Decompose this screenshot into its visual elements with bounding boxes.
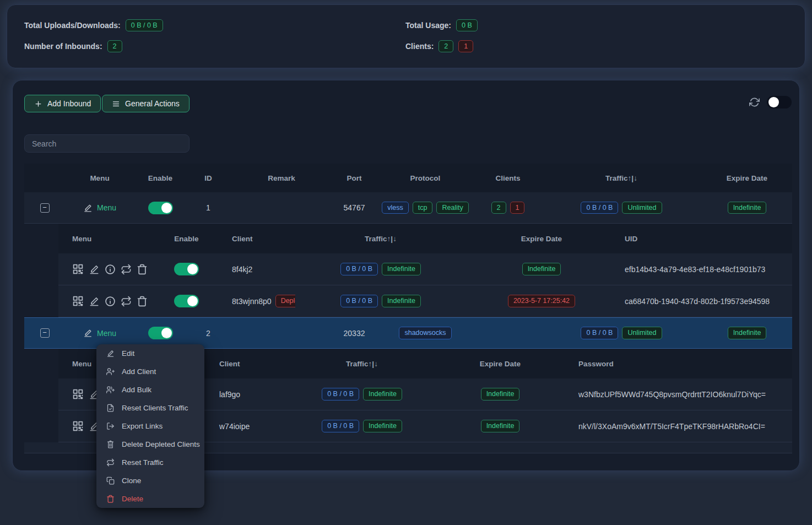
header-traffic[interactable]: Traffic↑|↓ <box>295 235 466 243</box>
header-port: Port <box>333 174 376 182</box>
qr-code-icon[interactable] <box>72 295 84 307</box>
menu-item-edit[interactable]: Edit <box>96 344 204 362</box>
stat-label: Total Usage: <box>405 21 451 30</box>
reset-traffic-icon[interactable] <box>121 264 132 275</box>
client-name: 8f4kj2 <box>213 265 295 274</box>
inbound-id: 2 <box>186 329 230 338</box>
export-icon <box>106 422 115 430</box>
transport-tag: tcp <box>413 202 433 214</box>
expire-badge: Indefinite <box>522 263 561 275</box>
toggle-knob <box>161 203 172 213</box>
edit-icon[interactable] <box>89 296 100 307</box>
header-expire-date: Expire Date <box>466 235 617 243</box>
trash-icon <box>106 495 115 503</box>
stat-clients: Clients: 2 1 <box>405 39 805 53</box>
client-uid: efb14b43-4a79-4e83-ef18-e48cf1901b73 <box>617 265 792 274</box>
menu-item-label: Delete Depleted Clients <box>122 440 200 448</box>
users-plus-icon <box>106 386 115 394</box>
inbound-menu-button[interactable]: Menu <box>83 203 116 213</box>
qr-code-icon[interactable] <box>72 420 84 432</box>
edit-icon[interactable] <box>89 264 100 275</box>
header-traffic[interactable]: Traffic↑|↓ <box>541 174 702 182</box>
inbound-row-1: − Menu 1 54767 vless tcp Reality <box>24 192 792 224</box>
general-actions-button[interactable]: General Actions <box>102 95 190 112</box>
stat-total-uploads-downloads: Total Uploads/Downloads: 0 B / 0 B <box>24 18 405 33</box>
header-clients: Clients <box>475 174 541 182</box>
menu-item-export-links[interactable]: Export Links <box>96 417 204 435</box>
info-icon[interactable] <box>105 296 116 307</box>
expire-badge: Indefinite <box>728 202 767 214</box>
menu-item-delete[interactable]: Delete <box>96 490 204 508</box>
dark-mode-toggle[interactable] <box>767 96 792 109</box>
client-table-header: Menu Enable Client Traffic↑|↓ Expire Dat… <box>58 224 792 253</box>
refresh-button[interactable] <box>749 97 760 109</box>
bin-icon <box>106 440 115 448</box>
traffic-badge: 0 B / 0 B <box>322 388 359 400</box>
client-row: 8t3wjnn8p0 Depleted 0 B / 0 B Indefinite… <box>58 285 792 317</box>
stat-number-of-inbounds: Number of Inbounds: 2 <box>24 39 405 53</box>
traffic-badge: 0 B / 0 B <box>340 295 378 307</box>
info-icon[interactable] <box>105 264 116 275</box>
menu-item-label: Reset Clients Traffic <box>122 404 188 412</box>
qr-code-icon[interactable] <box>72 263 84 275</box>
search-input[interactable] <box>24 134 190 153</box>
inbound-enable-toggle[interactable] <box>148 202 173 214</box>
edit-icon <box>83 328 93 338</box>
menu-item-label: Edit <box>122 349 134 358</box>
inbound-menu-button[interactable]: Menu <box>83 328 116 338</box>
header-traffic[interactable]: Traffic↑|↓ <box>295 360 429 368</box>
menu-item-delete-depleted-clients[interactable]: Delete Depleted Clients <box>96 435 204 453</box>
menu-item-label: Clone <box>122 477 141 485</box>
client-name: w74ioipe <box>213 422 295 431</box>
expire-badge: 2023-5-7 17:25:42 <box>508 295 575 307</box>
table-header-row: Menu Enable ID Remark Port Protocol Clie… <box>24 164 792 192</box>
general-actions-label: General Actions <box>125 99 180 108</box>
traffic-badge: 0 B / 0 B <box>322 420 359 432</box>
client-enable-toggle[interactable] <box>174 263 199 275</box>
header-menu: Menu <box>58 235 160 243</box>
header-expire-date: Expire Date <box>429 360 572 368</box>
client-password: w3NfbzUPf5WWd745Q8pvsmQrdrttT2IO6knul7Di… <box>572 390 792 399</box>
stat-label: Number of Inbounds: <box>24 42 102 51</box>
toggle-knob <box>768 97 779 107</box>
security-tag: Reality <box>436 202 468 214</box>
traffic-badge: 0 B / 0 B <box>340 263 378 275</box>
menu-item-add-bulk[interactable]: Add Bulk <box>96 381 204 399</box>
menu-item-reset-clients-traffic[interactable]: Reset Clients Traffic <box>96 399 204 417</box>
header-password: Password <box>572 360 792 368</box>
reset-traffic-icon[interactable] <box>121 296 132 307</box>
add-inbound-button[interactable]: Add Inbound <box>24 95 101 112</box>
header-expire-date: Expire Date <box>702 174 792 182</box>
toggle-knob <box>187 296 198 306</box>
trash-icon[interactable] <box>137 296 148 307</box>
plus-icon <box>34 100 42 108</box>
copy-icon <box>106 477 115 485</box>
client-enable-toggle[interactable] <box>174 295 199 307</box>
trash-icon[interactable] <box>137 264 148 275</box>
clients-active-badge: 2 <box>439 40 453 53</box>
client-name: 8t3wjnn8p0 <box>232 297 272 306</box>
menu-item-add-client[interactable]: Add Client <box>96 362 204 381</box>
header-client: Client <box>213 360 295 368</box>
client-name: laf9go <box>213 390 295 399</box>
header-protocol: Protocol <box>376 174 475 182</box>
inbound-menu-label: Menu <box>97 329 116 338</box>
client-row: 8f4kj2 0 B / 0 B Indefinite Indefinite e… <box>58 253 792 285</box>
collapse-row-button[interactable]: − <box>40 328 50 338</box>
protocol-tag: vless <box>382 202 408 214</box>
stat-label: Clients: <box>405 42 434 51</box>
menu-item-clone[interactable]: Clone <box>96 472 204 490</box>
menu-item-reset-traffic[interactable]: Reset Traffic <box>96 453 204 472</box>
inbound-enable-toggle[interactable] <box>148 327 173 339</box>
inbound-port: 54767 <box>333 203 376 212</box>
protocol-tag: shadowsocks <box>399 327 451 339</box>
total-traffic-badge: 0 B / 0 B <box>126 19 163 32</box>
depleted-badge: Depleted <box>275 295 295 307</box>
edit-icon <box>83 203 93 213</box>
user-plus-icon <box>106 367 115 376</box>
header-id: ID <box>186 174 230 182</box>
header-remark: Remark <box>230 174 333 182</box>
repeat-icon <box>106 458 115 467</box>
qr-code-icon[interactable] <box>72 388 84 400</box>
collapse-row-button[interactable]: − <box>40 203 50 213</box>
